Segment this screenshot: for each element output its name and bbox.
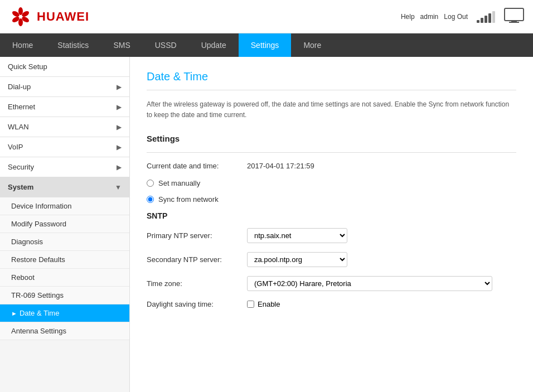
nav-update[interactable]: Update	[189, 33, 239, 57]
logo-text: HUAWEI	[37, 9, 89, 24]
huawei-logo-icon	[9, 7, 32, 27]
settings-section-divider	[147, 152, 516, 153]
ethernet-arrow-icon: ▶	[117, 103, 122, 111]
sidebar-item-quick-setup[interactable]: Quick Setup	[0, 57, 129, 77]
set-manually-row: Set manually	[147, 179, 516, 187]
top-bar: HUAWEI Help admin Log Out	[0, 0, 533, 33]
sidebar: Quick Setup Dial-up ▶ Ethernet ▶ WLAN ▶ …	[0, 57, 130, 392]
set-manually-label[interactable]: Set manually	[158, 179, 200, 187]
sidebar-sub-device-info[interactable]: Device Information	[0, 197, 129, 215]
current-datetime-row: Current date and time: 2017-04-01 17:21:…	[147, 162, 516, 170]
sidebar-item-ethernet[interactable]: Ethernet ▶	[0, 97, 129, 117]
signal-bar-1	[477, 20, 479, 23]
sidebar-sub-modify-password[interactable]: Modify Password	[0, 215, 129, 233]
daylight-saving-label: Daylight saving time:	[147, 300, 247, 308]
system-arrow-icon: ▼	[115, 183, 122, 191]
voip-arrow-icon: ▶	[117, 143, 122, 151]
primary-ntp-row: Primary NTP server: ntp.saix.net pool.nt…	[147, 228, 516, 243]
description-text: After the wireless gateway is powered of…	[147, 99, 516, 120]
settings-section-title: Settings	[147, 134, 516, 143]
timezone-label: Time zone:	[147, 279, 247, 288]
nav-sms[interactable]: SMS	[101, 33, 142, 57]
signal-bar-4	[488, 13, 491, 23]
page-title: Date & Time	[147, 70, 516, 83]
set-manually-radio[interactable]	[147, 180, 154, 187]
signal-strength-icon	[477, 11, 495, 23]
primary-ntp-select[interactable]: ntp.saix.net pool.ntp.org time.nist.gov	[247, 228, 347, 243]
daylight-saving-checkbox[interactable]	[247, 301, 254, 308]
sidebar-sub-date-time[interactable]: ► Date & Time	[0, 304, 129, 322]
timezone-select[interactable]: (GMT+02:00) Harare, Pretoria (GMT+00:00)…	[247, 276, 492, 291]
timezone-row: Time zone: (GMT+02:00) Harare, Pretoria …	[147, 276, 516, 291]
sidebar-sub-restore-defaults[interactable]: Restore Defaults	[0, 251, 129, 269]
title-divider	[147, 90, 516, 90]
nav-home[interactable]: Home	[0, 33, 45, 57]
sidebar-sub-reboot[interactable]: Reboot	[0, 269, 129, 287]
dialup-arrow-icon: ▶	[117, 83, 122, 91]
logout-link[interactable]: Log Out	[444, 13, 468, 21]
nav-ussd[interactable]: USSD	[143, 33, 189, 57]
svg-rect-6	[505, 8, 524, 21]
signal-bar-3	[484, 16, 487, 23]
enable-label[interactable]: Enable	[258, 300, 280, 308]
sidebar-item-dialup[interactable]: Dial-up ▶	[0, 77, 129, 97]
svg-point-0	[18, 7, 23, 15]
svg-rect-8	[509, 22, 519, 23]
sntp-label: SNTP	[147, 211, 516, 220]
daylight-saving-checkbox-group: Enable	[247, 300, 280, 308]
device-screen-icon	[504, 8, 524, 25]
svg-point-3	[18, 18, 23, 26]
signal-bar-2	[481, 18, 483, 23]
sync-network-row: Sync from network	[147, 195, 516, 204]
sidebar-item-system[interactable]: System ▼	[0, 177, 129, 197]
sidebar-item-wlan[interactable]: WLAN ▶	[0, 117, 129, 137]
nav-settings[interactable]: Settings	[239, 33, 292, 57]
content-area: Date & Time After the wireless gateway i…	[130, 57, 533, 392]
main-layout: Quick Setup Dial-up ▶ Ethernet ▶ WLAN ▶ …	[0, 57, 533, 392]
help-link[interactable]: Help	[401, 13, 415, 21]
sidebar-sub-antenna-settings[interactable]: Antenna Settings	[0, 322, 129, 340]
admin-label: admin	[420, 13, 439, 21]
secondary-ntp-select[interactable]: za.pool.ntp.org ntp.saix.net pool.ntp.or…	[247, 252, 347, 267]
logo-area: HUAWEI	[9, 7, 89, 27]
active-arrow-indicator: ►	[11, 310, 17, 317]
nav-more[interactable]: More	[291, 33, 333, 57]
nav-statistics[interactable]: Statistics	[45, 33, 101, 57]
sidebar-sub-diagnosis[interactable]: Diagnosis	[0, 233, 129, 251]
current-datetime-value: 2017-04-01 17:21:59	[247, 162, 314, 170]
current-datetime-label: Current date and time:	[147, 162, 247, 170]
screen-icon-svg	[504, 8, 524, 23]
daylight-saving-row: Daylight saving time: Enable	[147, 300, 516, 308]
sidebar-item-security[interactable]: Security ▶	[0, 157, 129, 177]
top-right-area: Help admin Log Out	[401, 8, 524, 25]
wlan-arrow-icon: ▶	[117, 123, 122, 131]
top-links: Help admin Log Out	[401, 13, 468, 21]
sidebar-sub-tr069[interactable]: TR-069 Settings	[0, 287, 129, 304]
nav-bar: Home Statistics SMS USSD Update Settings…	[0, 33, 533, 57]
secondary-ntp-row: Secondary NTP server: za.pool.ntp.org nt…	[147, 252, 516, 267]
secondary-ntp-label: Secondary NTP server:	[147, 255, 247, 264]
sync-network-radio[interactable]	[147, 196, 154, 203]
sidebar-item-voip[interactable]: VoIP ▶	[0, 137, 129, 157]
primary-ntp-label: Primary NTP server:	[147, 231, 247, 240]
signal-bar-5	[492, 11, 495, 23]
security-arrow-icon: ▶	[117, 163, 122, 171]
sync-network-label[interactable]: Sync from network	[158, 195, 219, 204]
